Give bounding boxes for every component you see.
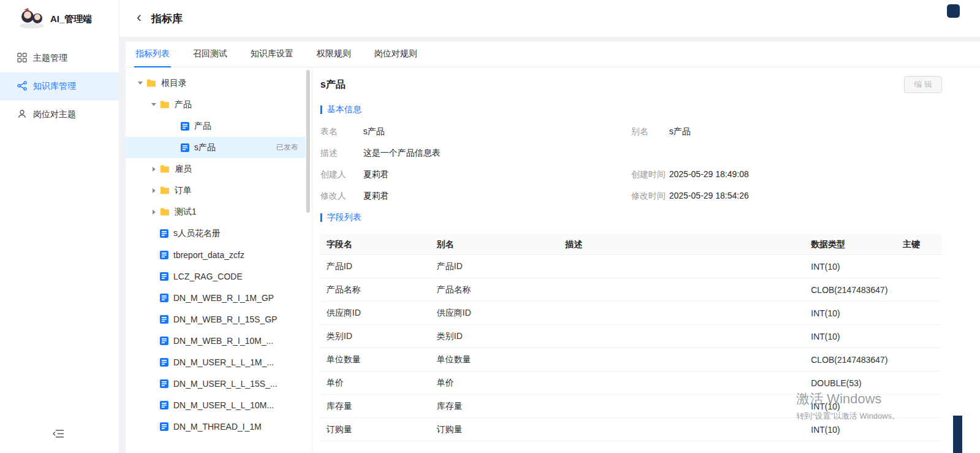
cell-alias: 单价: [437, 378, 565, 389]
tab-kb-settings[interactable]: 知识库设置: [249, 42, 295, 67]
tree-folder-root[interactable]: 根目录: [126, 72, 306, 94]
cell-alias: 单位数量: [437, 354, 565, 365]
created-time-value: 2025-05-29 18:49:08: [669, 169, 749, 179]
user-icon: [17, 109, 27, 121]
created-time-label: 创建时间: [631, 169, 669, 180]
tree-file-product[interactable]: 产品: [126, 115, 306, 137]
tree-item-label: DN_M_USER_L_L_15S_...: [173, 379, 277, 389]
cell-data-type: DOUBLE(53): [811, 378, 903, 388]
field-table: 字段名 别名 描述 数据类型 主键 产品ID 产品ID INT(10): [320, 234, 942, 441]
detail-title: s产品: [320, 76, 345, 91]
cell-data-type: INT(10): [811, 262, 903, 272]
tree-file-dn-web-15s[interactable]: DN_M_WEB_R_I_15S_GP: [126, 308, 306, 330]
description-label: 描述: [320, 148, 363, 159]
table-file-icon: [181, 122, 189, 131]
tree-file-dn-user-15s[interactable]: DN_M_USER_L_L_15S_...: [126, 373, 306, 394]
edit-button[interactable]: 编 辑: [904, 76, 942, 93]
page-scrollbar-thumb[interactable]: [953, 416, 962, 453]
column-header-data-type: 数据类型: [811, 239, 903, 250]
table-file-icon: [160, 272, 168, 281]
cell-field-name: 供应商ID: [320, 308, 437, 319]
tab-recall-test[interactable]: 召回测试: [192, 42, 228, 67]
alias-value: s产品: [669, 126, 691, 137]
table-row: 订购量 订购量 INT(10): [320, 418, 942, 441]
table-row: 产品ID 产品ID INT(10): [320, 255, 942, 278]
tab-indicator-list[interactable]: 指标列表: [134, 42, 171, 67]
cell-data-type: INT(10): [811, 308, 903, 318]
modifier-value: 夏莉君: [363, 191, 389, 202]
tree-file-dn-user-10m[interactable]: DN_M_USER_L_L_10M...: [126, 394, 306, 416]
cell-alias: 产品名称: [437, 284, 565, 295]
share-icon: [17, 81, 27, 93]
table-file-icon: [160, 379, 168, 388]
app-root: AI_管理端 主题管理 知识库管理: [0, 0, 980, 453]
field-list-section-header: 字段列表: [320, 212, 942, 223]
tab-permission-rules[interactable]: 权限规则: [315, 42, 352, 67]
cell-data-type: INT(10): [811, 332, 903, 341]
tree-file-s-product[interactable]: s产品 已发布: [126, 137, 306, 158]
basic-info: 表名 s产品 别名 s产品 描述 这是一个产品信息表: [320, 126, 942, 202]
tree-item-label: DN_M_WEB_R_I_1M_GP: [173, 293, 274, 303]
page-header: ‹ 指标库: [119, 0, 980, 37]
tab-position-rules[interactable]: 岗位对规则: [373, 42, 418, 67]
caret-down-icon[interactable]: [149, 103, 159, 106]
table-file-icon: [160, 251, 168, 259]
table-file-icon: [160, 229, 168, 238]
column-header-alias: 别名: [437, 239, 565, 250]
floating-widget-top[interactable]: [947, 4, 960, 18]
modifier-label: 修改人: [320, 191, 363, 202]
tree-item-label: s产品: [194, 142, 216, 153]
tree-folder-employee[interactable]: 雇员: [126, 158, 306, 180]
cell-data-type: INT(10): [811, 402, 903, 411]
column-header-desc: 描述: [565, 239, 811, 250]
app-logo: [18, 7, 45, 31]
tree-folder-test1[interactable]: 测试1: [126, 201, 306, 223]
sidebar-item-knowledge-management[interactable]: 知识库管理: [0, 72, 119, 101]
sidebar-item-theme-management[interactable]: 主题管理: [0, 44, 119, 72]
content-card: 指标列表 召回测试 知识库设置 权限规则 岗位对规则 根目录: [126, 42, 980, 453]
cell-field-name: 产品ID: [320, 261, 437, 272]
tree-item-label: s人员花名册: [173, 228, 221, 239]
tree-file-dn-web-1m[interactable]: DN_M_WEB_R_I_1M_GP: [126, 287, 306, 308]
tree-folder-product[interactable]: 产品: [126, 94, 306, 115]
alias-label: 别名: [631, 126, 669, 137]
tree-item-label: 产品: [194, 121, 211, 132]
caret-right-icon[interactable]: [149, 167, 159, 172]
tree-file-dn-thread-1m[interactable]: DN_M_THREAD_I_1M: [126, 416, 306, 437]
tree-item-label: DN_M_USER_L_L_1M_...: [173, 357, 274, 367]
modified-time-label: 修改时间: [631, 191, 669, 202]
tree-item-label: 订单: [175, 185, 192, 196]
description-value: 这是一个产品信息表: [363, 148, 440, 159]
table-file-icon: [160, 315, 168, 324]
tree-file-dn-user-1m[interactable]: DN_M_USER_L_L_1M_...: [126, 351, 306, 373]
table-file-icon: [181, 143, 189, 152]
cell-alias: 订购量: [437, 424, 565, 435]
collapse-sidebar-button[interactable]: [53, 429, 64, 441]
tree-folder-order[interactable]: 订单: [126, 180, 306, 201]
column-header-field-name: 字段名: [320, 239, 437, 250]
tree-file-lcz-rag-code[interactable]: LCZ_RAG_CODE: [126, 265, 306, 287]
caret-right-icon[interactable]: [149, 188, 159, 193]
table-row: 产品名称 产品名称 CLOB(2147483647): [320, 278, 942, 302]
logo-row: AI_管理端: [0, 0, 119, 38]
caret-down-icon[interactable]: [135, 82, 145, 85]
sidebar-item-position-topic[interactable]: 岗位对主题: [0, 101, 119, 129]
tree-item-label: DN_M_THREAD_I_1M: [173, 422, 262, 432]
tree-file-tbreport[interactable]: tbreport_data_zcfz: [126, 244, 306, 265]
sidebar-menu: 主题管理 知识库管理 岗位对主题: [0, 38, 119, 129]
column-header-primary-key: 主键: [903, 239, 942, 250]
back-button[interactable]: ‹: [137, 10, 141, 25]
table-row: 类别ID 类别ID INT(10): [320, 325, 942, 348]
page-title: 指标库: [151, 12, 183, 26]
cell-data-type: INT(10): [811, 425, 903, 435]
cell-field-name: 库存量: [320, 401, 437, 412]
cell-field-name: 类别ID: [320, 331, 437, 342]
tree-scrollbar-thumb[interactable]: [306, 70, 310, 213]
tree-file-dn-web-10m[interactable]: DN_M_WEB_R_I_10M_...: [126, 330, 306, 351]
caret-right-icon[interactable]: [149, 210, 159, 215]
tree-item-label: 测试1: [175, 207, 197, 218]
published-badge: 已发布: [276, 142, 306, 153]
tree-file-roster[interactable]: s人员花名册: [126, 223, 306, 244]
main-area: ‹ 指标库 指标列表 召回测试 知识库设置 权限规则 岗位对规则 根目录: [119, 0, 980, 453]
section-marker: [320, 105, 322, 114]
